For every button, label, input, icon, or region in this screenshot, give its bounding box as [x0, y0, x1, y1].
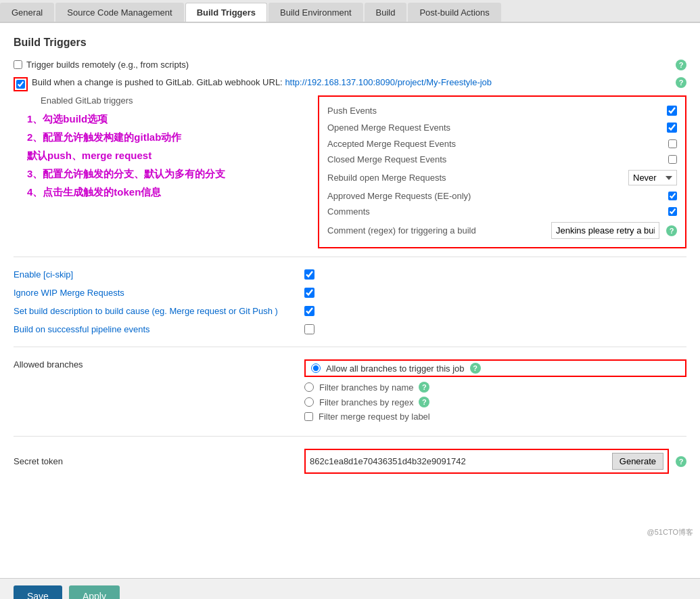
filter-merge-label-checkbox[interactable] [304, 412, 313, 421]
approved-merge-row: Approved Merge Requests (EE-only) [327, 188, 677, 204]
watermark: @51CTO博客 [647, 527, 693, 537]
filter-regex-row: Filter branches by regex ? [304, 395, 686, 409]
tabs-bar: General Source Code Management Build Tri… [0, 0, 700, 23]
gitlab-trigger-checkbox[interactable] [16, 80, 25, 89]
comments-row: Comments [327, 204, 677, 219]
annotation-text: 1、勾选build选项 2、配置允许触发构建的gitlab动作 默认push、m… [27, 110, 304, 201]
approved-merge-checkbox[interactable] [668, 192, 677, 200]
secret-token-section: Secret token Generate ? [14, 445, 686, 478]
build-on-pipeline-row: Build on successful pipeline events [14, 320, 686, 338]
filter-regex-help[interactable]: ? [419, 397, 429, 407]
secret-token-help[interactable]: ? [676, 456, 686, 467]
section-title: Build Triggers [14, 37, 686, 49]
comments-checkbox[interactable] [668, 207, 677, 216]
all-branches-radio[interactable] [311, 363, 321, 373]
branches-options: Allow all branches to trigger this job ?… [304, 359, 686, 424]
apply-button[interactable]: Apply [69, 585, 120, 599]
trigger-remote-checkbox[interactable] [14, 60, 22, 69]
filter-name-radio[interactable] [304, 382, 314, 392]
tab-source-code[interactable]: Source Code Management [55, 3, 183, 22]
tab-build[interactable]: Build [365, 3, 407, 22]
gitlab-trigger-help[interactable]: ? [676, 77, 686, 88]
enable-ci-skip-row: Enable [ci-skip] [14, 265, 686, 284]
trigger-remote-help[interactable]: ? [676, 60, 686, 70]
generate-button[interactable]: Generate [612, 453, 663, 470]
all-branches-help[interactable]: ? [470, 363, 481, 374]
tab-build-env[interactable]: Build Environment [269, 3, 363, 22]
tab-general[interactable]: General [0, 3, 54, 22]
enable-ci-skip-checkbox[interactable] [304, 269, 314, 280]
bottom-bar: Save Apply [0, 578, 700, 599]
gitlab-triggers-panel: Push Events Opened Merge Request Events … [318, 95, 686, 248]
token-area: Generate [304, 449, 669, 474]
rebuild-open-select[interactable]: Never Always [628, 170, 677, 185]
opened-merge-request-checkbox[interactable] [667, 123, 677, 133]
push-events-checkbox[interactable] [667, 106, 677, 116]
filter-regex-radio[interactable] [304, 397, 314, 407]
main-content: Build Triggers Trigger builds remotely (… [0, 23, 700, 578]
save-button[interactable]: Save [14, 585, 62, 599]
filter-merge-label-row: Filter merge request by label [304, 409, 686, 424]
allowed-branches-section: Allowed branches Allow all branches to t… [14, 355, 686, 428]
tab-build-triggers[interactable]: Build Triggers [185, 3, 267, 22]
push-events-row: Push Events [327, 102, 677, 119]
filter-name-row: Filter branches by name ? [304, 380, 686, 395]
filter-name-help[interactable]: ? [419, 382, 429, 393]
tab-post-build[interactable]: Post-build Actions [408, 3, 500, 22]
gitlab-trigger-label[interactable]: Build when a change is pushed to GitLab.… [14, 77, 492, 91]
set-build-desc-row: Set build description to build cause (eg… [14, 302, 686, 320]
secret-token-input[interactable] [310, 456, 608, 466]
enabled-gitlab-label: Enabled GitLab triggers [27, 95, 304, 106]
opened-merge-request-row: Opened Merge Request Events [327, 119, 677, 136]
closed-merge-request-checkbox[interactable] [668, 155, 677, 164]
comment-regex-input[interactable] [551, 222, 659, 239]
build-on-pipeline-checkbox[interactable] [304, 324, 314, 334]
all-branches-row: Allow all branches to trigger this job ? [304, 359, 686, 377]
comment-regex-row: Comment (regex) for triggering a build ? [327, 219, 677, 242]
comment-regex-help[interactable]: ? [666, 225, 677, 236]
gitlab-webhook-url[interactable]: http://192.168.137.100:8090/project/My-F… [285, 77, 492, 87]
rebuild-open-row: Rebuild open Merge Requests Never Always [327, 167, 677, 188]
accepted-merge-request-checkbox[interactable] [668, 139, 677, 148]
set-build-desc-checkbox[interactable] [304, 306, 314, 316]
ignore-wip-row: Ignore WIP Merge Requests [14, 284, 686, 302]
accepted-merge-request-row: Accepted Merge Request Events [327, 136, 677, 152]
trigger-remote-label[interactable]: Trigger builds remotely (e.g., from scri… [14, 60, 189, 70]
ignore-wip-checkbox[interactable] [304, 288, 314, 298]
closed-merge-request-row: Closed Merge Request Events [327, 152, 677, 167]
